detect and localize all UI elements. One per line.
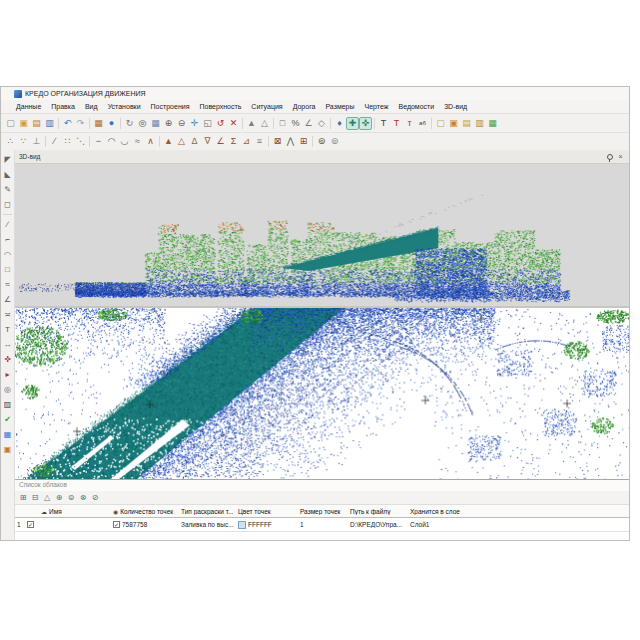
marker-icon[interactable]: ♦ (333, 117, 346, 130)
arc-up-icon[interactable]: ◠ (105, 135, 118, 148)
select-corner-2-icon[interactable]: ◣ (2, 169, 13, 180)
export-icon[interactable]: ⊞ (297, 135, 310, 148)
spline-icon[interactable]: ≈ (131, 135, 144, 148)
sheet-open-icon[interactable]: ▣ (447, 117, 460, 130)
grid-icon[interactable]: ▦ (2, 429, 13, 440)
points-move-icon[interactable]: ⋱ (74, 135, 87, 148)
menu-item-8[interactable]: Дорога (288, 103, 321, 110)
dimension-icon[interactable]: ↔ (2, 339, 13, 350)
update-icon[interactable]: ↺ (214, 117, 227, 130)
sheet-ok-icon[interactable]: ▦ (486, 117, 499, 130)
menu-item-10[interactable]: Чертеж (360, 103, 394, 110)
cloud-clip-icon[interactable]: ⊗ (77, 492, 89, 504)
labels-icon[interactable]: аб (416, 117, 429, 130)
terrain-up-icon[interactable]: ∆ (188, 135, 201, 148)
road-lines-icon[interactable]: ≡ (253, 135, 266, 148)
hatch-icon[interactable]: ▨ (2, 399, 13, 410)
erase-area-icon[interactable]: ◻ (2, 199, 13, 210)
angle-icon[interactable]: ∠ (302, 117, 315, 130)
menu-item-12[interactable]: 3D-вид (439, 103, 472, 110)
measure-angle-icon[interactable]: ∠ (2, 294, 13, 305)
snap-nodes-icon[interactable]: ∵ (17, 135, 30, 148)
menu-item-2[interactable]: Правка (46, 103, 80, 110)
view-find-2-icon[interactable]: ⊚ (328, 135, 341, 148)
capture-move-icon[interactable]: ✜ (359, 117, 372, 130)
undo-icon[interactable]: ↶ (61, 117, 74, 130)
segment-icon[interactable]: − (92, 135, 105, 148)
wedge-icon[interactable]: ⊿ (240, 135, 253, 148)
refresh-icon[interactable]: ↻ (123, 117, 136, 130)
visible-checkbox[interactable]: ✓ (27, 521, 34, 528)
delete-icon[interactable]: ✕ (227, 117, 240, 130)
export-cloud-icon[interactable]: ⊟ (29, 492, 41, 504)
frame-icon[interactable]: □ (276, 117, 289, 130)
cloud-delete-icon[interactable]: ⊘ (89, 492, 101, 504)
table-row[interactable]: 1✓✓7587758Заливка по выс...FFFFFF1D:\КРЕ… (15, 518, 629, 532)
measure-dist-icon[interactable]: ≍ (2, 309, 13, 320)
surface-out-icon[interactable]: △ (175, 135, 188, 148)
section-icon[interactable]: Σ (227, 135, 240, 148)
menu-item-9[interactable]: Размеры (320, 103, 359, 110)
cursor-alt-icon[interactable]: △ (258, 117, 271, 130)
cube-icon[interactable]: ▣ (2, 444, 13, 455)
menu-item-4[interactable]: Установки (103, 103, 146, 110)
layers-icon[interactable]: ▦ (149, 117, 162, 130)
point-del-icon[interactable]: Т (390, 117, 403, 130)
target-icon[interactable]: ◎ (2, 384, 13, 395)
flag-icon[interactable]: ▸ (2, 369, 13, 380)
terrain-down-icon[interactable]: ∇ (201, 135, 214, 148)
apply-icon[interactable]: ✔ (2, 414, 13, 425)
close-icon[interactable]: × (616, 152, 625, 161)
new-icon[interactable]: ▢ (4, 117, 17, 130)
draw-line-icon[interactable]: ∕ (2, 219, 13, 230)
redo-icon[interactable]: ↷ (74, 117, 87, 130)
save-icon[interactable]: ▥ (43, 117, 56, 130)
pan-icon[interactable]: ✛ (188, 117, 201, 130)
snap-icon[interactable]: ◇ (315, 117, 328, 130)
menu-item-6[interactable]: Поверхность (194, 103, 246, 110)
zoom-out-icon[interactable]: ⊖ (175, 117, 188, 130)
menu-item-3[interactable]: Вид (80, 103, 103, 110)
open-icon[interactable]: ▣ (17, 117, 30, 130)
surface-solid-icon[interactable]: ▲ (162, 135, 175, 148)
properties-icon[interactable]: ● (105, 117, 118, 130)
profile-icon[interactable]: ∠ (214, 135, 227, 148)
snap-points-icon[interactable]: ∴ (4, 135, 17, 148)
text-icon[interactable]: Т (2, 324, 13, 335)
menu-item-1[interactable]: Данные (11, 103, 46, 110)
workspace-icon[interactable]: ▦ (92, 117, 105, 130)
percent-icon[interactable]: % (289, 117, 302, 130)
search-icon[interactable]: ◎ (136, 117, 149, 130)
points-icon[interactable]: ∷ (61, 135, 74, 148)
plan-view-canvas[interactable] (15, 308, 629, 480)
view-find-icon[interactable]: ⊚ (315, 135, 328, 148)
color-swatch[interactable] (238, 521, 246, 529)
draw-arc-icon[interactable]: ◠ (2, 249, 13, 260)
line-icon[interactable]: ∕ (48, 135, 61, 148)
sheet-new-icon[interactable]: ▢ (434, 117, 447, 130)
draw-rect-icon[interactable]: □ (2, 264, 13, 275)
triangulate-icon[interactable]: △ (41, 492, 53, 504)
menu-item-11[interactable]: Ведомости (393, 103, 439, 110)
menu-item-5[interactable]: Построения (146, 103, 195, 110)
zoom-window-icon[interactable]: ◱ (201, 117, 214, 130)
view-3d-canvas[interactable] (15, 164, 629, 306)
count-checkbox[interactable]: ✓ (113, 521, 120, 528)
sheet-doc-icon[interactable]: ▤ (460, 117, 473, 130)
cursor-icon[interactable]: ▲ (245, 117, 258, 130)
import-cloud-icon[interactable]: ⊞ (17, 492, 29, 504)
draw-polyline-icon[interactable]: ⌐ (2, 234, 13, 245)
capture-add-icon[interactable]: ✚ (346, 117, 359, 130)
zoom-in-icon[interactable]: ⊕ (162, 117, 175, 130)
import-icon[interactable]: ▤ (30, 117, 43, 130)
ortho-icon[interactable]: ⊥ (30, 135, 43, 148)
menu-item-7[interactable]: Ситуация (246, 103, 287, 110)
cloud-settings-icon[interactable]: ⊕ (53, 492, 65, 504)
point-x-icon[interactable]: т (403, 117, 416, 130)
point-info-icon[interactable]: Т (377, 117, 390, 130)
sheet-export-icon[interactable]: ▥ (473, 117, 486, 130)
edit-node-icon[interactable]: ✎ (2, 184, 13, 195)
apex-icon[interactable]: ⋀ (284, 135, 297, 148)
arc-down-icon[interactable]: ◡ (118, 135, 131, 148)
select-corner-icon[interactable]: ◤ (2, 154, 13, 165)
